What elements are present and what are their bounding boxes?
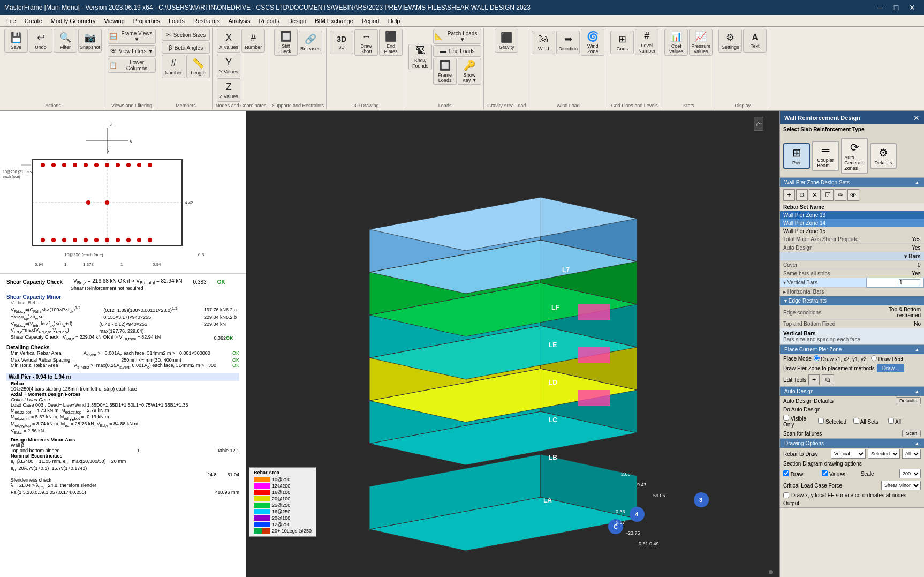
rebar-draw-select2[interactable]: Selected All Sets [868, 449, 900, 459]
draw-pier-zone-button[interactable]: Draw... [877, 364, 904, 372]
menu-modify-geometry[interactable]: Modify Geometry [47, 17, 100, 25]
wind-button[interactable]: 🌬Wind [532, 31, 555, 54]
patch-loads-button[interactable]: 📐Patch Loads ▼ [433, 29, 481, 44]
section-sizes-button[interactable]: ✂Section Sizes [162, 29, 210, 41]
draw-xy-checkbox[interactable] [783, 492, 789, 498]
scale-select[interactable]: 200 100 [899, 469, 921, 478]
menu-analysis[interactable]: Analysis [224, 17, 255, 25]
edit-rebar-set-button[interactable]: ✏ [835, 189, 846, 201]
rebar-list-item-1[interactable]: Wall Pier Zone 14 [780, 219, 924, 227]
prop-row-vertical-bars[interactable]: ▾ Vertical Bars [780, 278, 924, 288]
maximize-button[interactable]: □ [889, 0, 904, 15]
vertical-bars-input[interactable] [899, 279, 920, 286]
snapshot-button[interactable]: 📷Snapshot [78, 29, 102, 53]
home-button[interactable]: ⌂ [754, 117, 763, 131]
collapse-wall-pier-zone[interactable]: ▲ [914, 179, 920, 185]
right-panel-close-button[interactable]: ✕ [913, 114, 920, 122]
menu-file[interactable]: File [2, 17, 20, 25]
slab-reinforcement-section: Select Slab Reinforcement Type ⊞ Pier ═ … [780, 124, 924, 178]
save-button[interactable]: 💾Save [4, 29, 28, 53]
grids-button[interactable]: ⊞Grids [610, 31, 634, 54]
detailing-checks-title: Detailing Checks [6, 344, 50, 350]
coupler-beam-button[interactable]: ═ CouplerBeam [812, 141, 839, 171]
place-pier-zone-header[interactable]: Place Current Pier Zone ▲ [780, 345, 924, 354]
draw-checkbox[interactable] [783, 470, 789, 476]
text-button[interactable]: AText [743, 29, 767, 53]
scan-button[interactable]: Scan [902, 430, 921, 437]
level-number-button[interactable]: #Level Number [635, 29, 658, 55]
filter-button[interactable]: 🔍Filter [54, 29, 77, 53]
menu-properties[interactable]: Properties [129, 17, 164, 25]
minimize-button[interactable]: ─ [873, 0, 888, 15]
draw-x1x2-radio[interactable] [814, 355, 820, 361]
view-filters-button[interactable]: 👁View Filters ▼ [108, 45, 156, 57]
rebar-list-item-2[interactable]: Wall Pier Zone 15 [780, 227, 924, 235]
auto-design-header[interactable]: Auto Design ▲ [780, 387, 924, 396]
frame-views-button[interactable]: 🪟Frame Views ▼ [108, 29, 156, 44]
end-plates-button[interactable]: ⬛End Plates [379, 29, 403, 56]
gravity-button[interactable]: ⬛Gravity [495, 29, 518, 53]
auto-generate-button[interactable]: ⟳ AutoGenerateZones [841, 138, 868, 174]
menu-viewing[interactable]: Viewing [100, 17, 129, 25]
undo-button[interactable]: ↩Undo [29, 29, 52, 53]
settings-button[interactable]: ⚙Settings [718, 29, 742, 53]
member-number-button[interactable]: #Number [162, 55, 185, 78]
draw-rect-radio[interactable] [871, 355, 877, 361]
prop-value-vertical-bars[interactable] [866, 278, 923, 288]
check-rebar-set-button[interactable]: ☑ [822, 189, 834, 201]
rebar-to-draw-select[interactable]: Vertical Horizontal [831, 449, 866, 459]
y-values-button[interactable]: YY Values [217, 54, 240, 77]
add-edit-tool-button[interactable]: + [808, 374, 820, 385]
menu-restraints[interactable]: Restraints [189, 17, 224, 25]
line-loads-button[interactable]: ▬Line Loads [433, 45, 481, 57]
add-rebar-set-button[interactable]: + [783, 189, 795, 201]
center-3d-panel[interactable]: Top Front [246, 111, 779, 577]
selected-checkbox[interactable] [818, 418, 824, 424]
beta-angles-button[interactable]: βBeta Angles [162, 42, 210, 54]
menu-create[interactable]: Create [20, 17, 47, 25]
auto-design-defaults-button[interactable]: Defaults [896, 397, 921, 404]
show-founds-button[interactable]: 🏗Show Founds [408, 44, 432, 70]
copy-rebar-set-button[interactable]: ⧉ [796, 189, 808, 201]
collapse-drawing-options[interactable]: ▲ [914, 440, 920, 446]
stiff-deck-button[interactable]: 🔲Stiff Deck [274, 29, 298, 56]
all-sets-checkbox[interactable] [853, 418, 859, 424]
pier-button[interactable]: ⊞ Pier [783, 143, 810, 169]
menu-reports[interactable]: Reports [254, 17, 284, 25]
lower-columns-button[interactable]: 📋Lower Columns [108, 58, 156, 73]
all-checkbox[interactable] [888, 418, 894, 424]
close-button[interactable]: ✕ [905, 0, 920, 15]
coef-values-button[interactable]: 📊Coef Values [664, 29, 688, 56]
direction-button[interactable]: ➡Direction [556, 31, 580, 54]
menu-help[interactable]: Help [384, 17, 405, 25]
drawing-options-header[interactable]: Drawing Options ▲ [780, 439, 924, 448]
defaults-type-button[interactable]: ⚙ Defaults [870, 143, 897, 169]
delete-rebar-set-button[interactable]: ✕ [809, 189, 821, 201]
z-values-button[interactable]: ZZ Values [217, 78, 240, 102]
collapse-auto-design[interactable]: ▲ [914, 388, 920, 394]
visibility-rebar-set-button[interactable]: 👁 [847, 189, 859, 201]
frame-loads-button[interactable]: 🔲Frame Loads [433, 58, 457, 85]
pressure-values-button[interactable]: 📈Pressure Values [689, 29, 713, 56]
rebar-list-item-0[interactable]: Wall Pier Zone 13 [780, 211, 924, 219]
collapse-place-pier-zone[interactable]: ▲ [914, 347, 920, 353]
releases-button[interactable]: 🔗Releases [299, 31, 322, 54]
edge-restraints-header[interactable]: ▾ Edge Restraints [780, 296, 924, 305]
menu-loads[interactable]: Loads [164, 17, 189, 25]
member-length-button[interactable]: 📏Length [186, 55, 210, 78]
number-button[interactable]: #Number [241, 29, 265, 53]
wind-zone-button[interactable]: 🌀Wind Zone [581, 29, 604, 56]
menu-report[interactable]: Report [358, 17, 384, 25]
show-key-button[interactable]: 🔑Show Key ▼ [458, 58, 481, 85]
critical-load-select[interactable]: Shear Minor Shear Major [881, 481, 921, 490]
wall-pier-zone-header[interactable]: Wall Pier Zone Design Sets ▲ [780, 178, 924, 187]
values-checkbox[interactable] [822, 470, 828, 476]
visible-only-checkbox[interactable] [783, 415, 789, 421]
menu-bim[interactable]: BIM Exchange [310, 17, 358, 25]
draw-short-button[interactable]: ↔Draw Short [354, 29, 378, 56]
3d-button[interactable]: 3D3D [330, 31, 353, 54]
rebar-draw-select3[interactable]: All [902, 449, 921, 459]
menu-design[interactable]: Design [284, 17, 310, 25]
copy-edit-tool-button[interactable]: ⧉ [822, 374, 834, 385]
x-values-button[interactable]: XX Values [217, 29, 240, 53]
